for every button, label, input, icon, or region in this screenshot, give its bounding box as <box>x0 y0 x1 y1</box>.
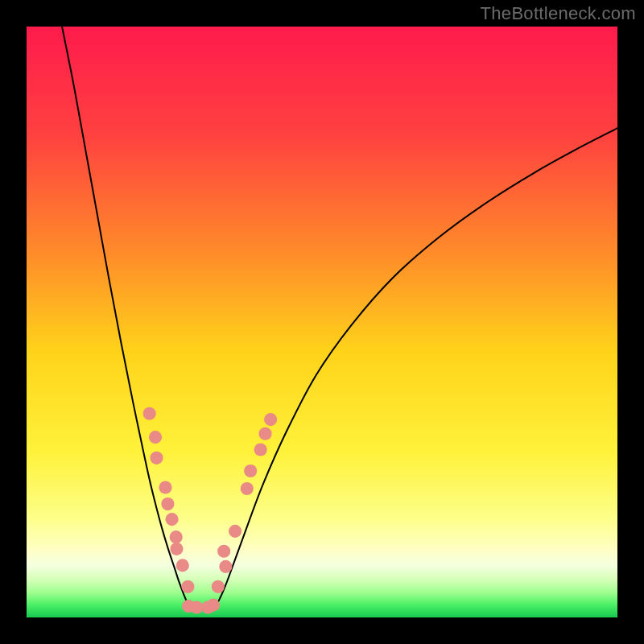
scatter-dot <box>143 407 156 420</box>
scatter-dot <box>212 580 225 593</box>
scatter-dot <box>165 513 178 526</box>
scatter-dot <box>176 559 189 572</box>
scatter-dot <box>244 464 257 477</box>
scatter-dot <box>190 601 203 613</box>
scatter-dot <box>229 525 242 538</box>
gradient-background <box>27 27 617 617</box>
scatter-dot <box>170 530 183 543</box>
scatter-dot <box>254 443 267 456</box>
watermark-text: TheBottleneck.com <box>481 3 636 24</box>
scatter-dot <box>217 545 230 558</box>
scatter-dot <box>219 560 232 573</box>
scatter-dot <box>170 543 183 555</box>
scatter-dot <box>241 482 254 495</box>
scatter-dot <box>207 599 220 612</box>
scatter-dot <box>149 431 162 444</box>
stage: TheBottleneck.com <box>0 0 644 644</box>
scatter-dot <box>150 452 163 464</box>
scatter-dot <box>264 413 277 426</box>
bottleneck-chart <box>27 27 617 617</box>
scatter-dot <box>258 427 271 440</box>
plot-area <box>27 27 617 617</box>
scatter-dot <box>181 580 194 593</box>
scatter-dot <box>161 497 174 510</box>
scatter-dot <box>159 481 171 493</box>
